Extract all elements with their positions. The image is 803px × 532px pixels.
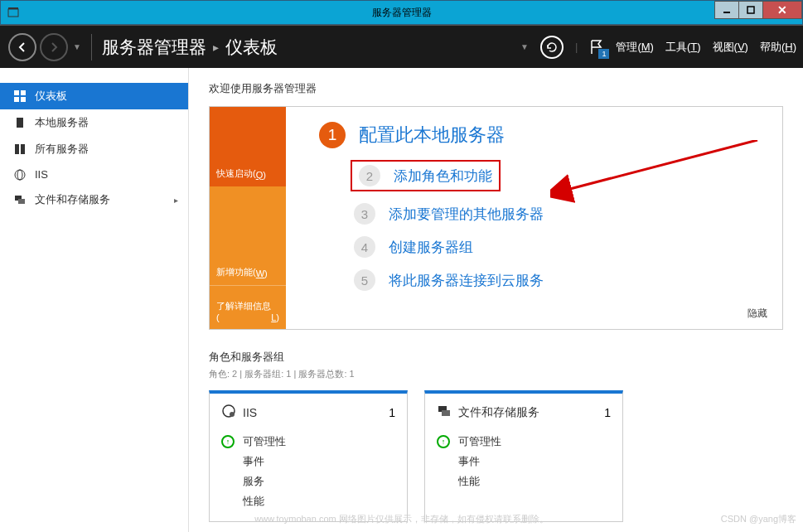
dashboard-icon — [13, 90, 27, 102]
tile-count: 1 — [604, 406, 611, 419]
step-2-highlighted[interactable]: 2 添加角色和功能 — [351, 160, 501, 191]
minimize-button[interactable] — [714, 1, 739, 19]
breadcrumb: 服务器管理器 ▸ 仪表板 — [102, 36, 278, 59]
step-1[interactable]: 1 配置此本地服务器 — [319, 122, 749, 148]
sidebar-item-dashboard[interactable]: 仪表板 — [0, 83, 188, 109]
svg-rect-9 — [15, 144, 19, 154]
maximize-button[interactable] — [738, 1, 763, 19]
watermark-text: www.toymoban.com 网络图片仅供展示，非存储，如有侵权请联系删除。 — [254, 513, 548, 525]
tile-count: 1 — [389, 406, 395, 419]
role-tiles: IIS 1 ↑可管理性 事件 服务 性能 文件和存储服务 1 ↑可管理性 事件 … — [209, 390, 783, 522]
svg-rect-6 — [14, 97, 19, 102]
window-title: 服务器管理器 — [372, 6, 432, 20]
top-nav: ▼ 服务器管理器 ▸ 仪表板 ▼ | 1 管理(M) 工具(T) 视图(V) 帮… — [0, 25, 803, 68]
whats-new-tab[interactable]: 新增功能(W) — [210, 186, 286, 286]
step-number: 4 — [354, 236, 375, 258]
tile-row-events[interactable]: 事件 — [437, 452, 611, 472]
forward-button[interactable] — [40, 33, 68, 61]
sidebar: 仪表板 本地服务器 所有服务器 IIS 文件和存储服务 ▸ — [0, 68, 189, 532]
tile-file-storage[interactable]: 文件和存储服务 1 ↑可管理性 事件 性能 — [424, 390, 623, 522]
status-up-icon: ↑ — [221, 435, 235, 448]
breadcrumb-dropdown-icon[interactable]: ▼ — [520, 42, 529, 51]
roles-heading: 角色和服务器组 — [209, 350, 783, 365]
chevron-right-icon: ▸ — [213, 41, 219, 54]
history-dropdown-icon[interactable]: ▼ — [73, 42, 81, 51]
notifications-button[interactable]: 1 — [589, 39, 604, 56]
step-number: 3 — [354, 203, 375, 225]
step-number: 5 — [354, 269, 375, 291]
step-text: 将此服务器连接到云服务 — [389, 271, 544, 290]
divider — [91, 34, 92, 60]
sidebar-item-iis[interactable]: IIS — [0, 162, 188, 186]
sidebar-item-label: 所有服务器 — [35, 142, 89, 157]
manage-menu[interactable]: 管理(M) — [616, 40, 654, 55]
sidebar-item-label: 仪表板 — [35, 89, 67, 104]
svg-rect-5 — [21, 90, 26, 95]
tools-menu[interactable]: 工具(T) — [665, 40, 701, 55]
server-icon — [13, 117, 27, 128]
svg-rect-19 — [442, 410, 450, 416]
content-area: 欢迎使用服务器管理器 快速启动(Q) 新增功能(W) 了解详细信息(L) 1 配… — [189, 68, 803, 532]
breadcrumb-current[interactable]: 仪表板 — [225, 36, 278, 59]
chevron-right-icon: ▸ — [174, 196, 178, 205]
step-4[interactable]: 4 创建服务器组 — [354, 236, 749, 258]
back-button[interactable] — [8, 33, 36, 61]
step-number: 1 — [319, 122, 346, 148]
tile-row-events[interactable]: 事件 — [221, 452, 395, 472]
iis-icon — [13, 169, 27, 181]
welcome-box: 快速启动(Q) 新增功能(W) 了解详细信息(L) 1 配置此本地服务器 2 添… — [209, 106, 783, 330]
app-icon — [1, 7, 26, 18]
view-menu[interactable]: 视图(V) — [713, 40, 748, 55]
learn-more-tab[interactable]: 了解详细信息(L) — [210, 285, 286, 329]
tile-title: 文件和存储服务 — [458, 405, 539, 420]
step-3[interactable]: 3 添加要管理的其他服务器 — [354, 203, 749, 225]
welcome-heading: 欢迎使用服务器管理器 — [209, 81, 783, 96]
step-5[interactable]: 5 将此服务器连接到云服务 — [354, 269, 749, 291]
step-text: 创建服务器组 — [389, 238, 473, 257]
titlebar: 服务器管理器 ✕ — [0, 0, 803, 25]
refresh-button[interactable] — [540, 36, 564, 59]
sidebar-item-all-servers[interactable]: 所有服务器 — [0, 136, 188, 162]
svg-rect-3 — [747, 7, 754, 13]
svg-rect-8 — [17, 118, 23, 128]
csdn-watermark: CSDN @yang博客 — [721, 513, 796, 525]
welcome-steps: 1 配置此本地服务器 2 添加角色和功能 3 添加要管理的其他服务器 4 创建服… — [286, 107, 782, 329]
annotation-arrow — [550, 140, 766, 206]
tile-row-manageability[interactable]: ↑可管理性 — [437, 432, 611, 452]
svg-rect-4 — [14, 90, 19, 95]
tile-row-services[interactable]: 服务 — [221, 472, 395, 491]
sidebar-item-label: IIS — [35, 168, 48, 181]
quick-start-tab[interactable]: 快速启动(Q) — [210, 107, 286, 186]
roles-subtitle: 角色: 2 | 服务器组: 1 | 服务器总数: 1 — [209, 368, 783, 380]
status-up-icon: ↑ — [437, 435, 450, 448]
window-controls: ✕ — [715, 1, 802, 24]
servers-icon — [13, 143, 27, 155]
notification-count: 1 — [598, 49, 609, 59]
step-text: 配置此本地服务器 — [359, 123, 505, 148]
storage-icon — [437, 404, 452, 422]
tile-row-performance[interactable]: 性能 — [437, 472, 611, 491]
sidebar-item-file-storage[interactable]: 文件和存储服务 ▸ — [0, 186, 188, 213]
hide-link[interactable]: 隐藏 — [747, 307, 767, 321]
svg-point-12 — [17, 170, 22, 180]
sidebar-item-label: 本地服务器 — [35, 115, 89, 130]
breadcrumb-root[interactable]: 服务器管理器 — [102, 36, 206, 59]
tile-row-performance[interactable]: 性能 — [221, 491, 395, 511]
iis-icon — [221, 404, 236, 422]
svg-rect-0 — [8, 9, 18, 17]
welcome-side-tabs: 快速启动(Q) 新增功能(W) 了解详细信息(L) — [210, 107, 286, 329]
tile-title: IIS — [243, 406, 257, 419]
storage-icon — [13, 194, 27, 206]
step-text: 添加要管理的其他服务器 — [389, 205, 544, 224]
svg-point-17 — [230, 412, 235, 417]
tile-row-manageability[interactable]: ↑可管理性 — [221, 432, 395, 452]
svg-point-11 — [15, 170, 25, 180]
close-button[interactable]: ✕ — [762, 1, 802, 19]
help-menu[interactable]: 帮助(H) — [760, 40, 796, 55]
sidebar-item-label: 文件和存储服务 — [35, 192, 110, 207]
tile-iis[interactable]: IIS 1 ↑可管理性 事件 服务 性能 — [209, 390, 408, 522]
svg-rect-14 — [18, 199, 25, 204]
svg-rect-10 — [21, 144, 25, 154]
sidebar-item-local-server[interactable]: 本地服务器 — [0, 109, 188, 136]
step-text: 添加角色和功能 — [394, 167, 492, 186]
